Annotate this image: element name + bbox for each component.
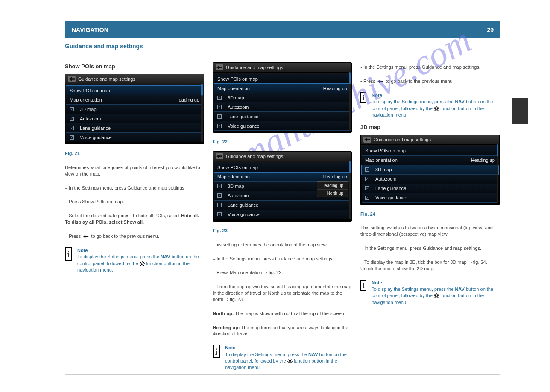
menu-lane-guidance[interactable]: ✓Lane guidance xyxy=(214,112,351,121)
back-icon[interactable] xyxy=(216,153,223,159)
dropdown-heading-up[interactable]: Heading up xyxy=(317,182,348,190)
section-title: NAVIGATION xyxy=(72,26,108,33)
menu-map-orientation[interactable]: Map orientationHeading up Heading up Nor… xyxy=(214,173,351,182)
return-icon xyxy=(82,234,90,240)
back-icon[interactable] xyxy=(68,76,76,82)
gear-icon xyxy=(287,359,293,364)
col2-desc: This setting determines the orientation … xyxy=(213,242,352,248)
menu-3d-map[interactable]: ✓3D map xyxy=(66,105,203,114)
info-icon: i xyxy=(65,247,72,261)
fig24-caption: Fig. 24 xyxy=(360,211,500,217)
panel-title: Guidance and map settings xyxy=(78,76,135,82)
menu-lane-guidance[interactable]: ✓Lane guidance xyxy=(362,184,498,193)
info-icon: i xyxy=(360,92,366,103)
info-icon: i xyxy=(213,345,220,358)
menu-voice-guidance[interactable]: ✓Voice guidance xyxy=(214,121,351,131)
page-footer xyxy=(65,374,500,377)
nav-panel-fig24: Guidance and map settings Show POIs on m… xyxy=(360,135,500,205)
menu-autozoom[interactable]: ✓Autozoom xyxy=(66,114,203,123)
page-subtitle: Guidance and map settings xyxy=(65,43,143,50)
gear-icon xyxy=(434,293,439,298)
svg-point-3 xyxy=(436,295,438,297)
col3-note2: i Note To display the Settings menu, pre… xyxy=(360,280,500,306)
col2-step2: – Press Map orientation ⇒ fig. 22. xyxy=(213,269,352,276)
col1-note: i Note To display the Settings menu, pre… xyxy=(65,247,204,274)
nav-panel-fig22: Guidance and map settings Show POIs on m… xyxy=(213,62,352,133)
column-1: Show POIs on map Guidance and map settin… xyxy=(65,62,204,371)
back-icon[interactable] xyxy=(216,64,223,70)
dropdown-north-up[interactable]: North up xyxy=(317,190,348,197)
menu-map-orientation[interactable]: Map orientationHeading up xyxy=(362,156,498,165)
col3-step2: • Press to go back to the previous menu. xyxy=(360,78,500,85)
page-thumb-tab xyxy=(512,98,528,124)
svg-point-2 xyxy=(436,108,438,110)
return-icon xyxy=(377,79,384,85)
fig23-caption: Fig. 23 xyxy=(213,228,352,234)
gear-icon xyxy=(140,261,145,266)
menu-show-pois[interactable]: Show POIs on map xyxy=(214,74,351,84)
col3-note1: i Note To display the Settings menu, pre… xyxy=(360,92,500,119)
col3-step1: • In the Settings menu, press Guidance a… xyxy=(360,64,500,70)
col3-step4: – To display the map in 3D, tick the box… xyxy=(360,259,500,272)
menu-voice-guidance[interactable]: ✓Voice guidance xyxy=(66,133,203,142)
column-2: Guidance and map settings Show POIs on m… xyxy=(213,62,352,371)
orientation-dropdown[interactable]: Heading up North up xyxy=(317,181,348,197)
col2-step1: – In the Settings menu, press Guidance a… xyxy=(213,256,352,262)
col3-desc: This setting switches between a two-dime… xyxy=(360,225,500,237)
info-icon: i xyxy=(360,280,366,291)
nav-panel-fig23: Guidance and map settings Show POIs on m… xyxy=(213,151,352,222)
col2-step3: – From the pop-up window, select Heading… xyxy=(213,284,352,303)
col1-step4: – Press Press to go back to the previous… xyxy=(65,233,204,240)
menu-show-pois[interactable]: Show POIs on map xyxy=(214,163,351,173)
menu-lane-guidance[interactable]: ✓Lane guidance xyxy=(66,123,203,133)
svg-point-1 xyxy=(289,360,291,363)
menu-autozoom[interactable]: ✓Autozoom xyxy=(362,175,498,184)
col2-headingup: Heading up: The map turns so that you ar… xyxy=(213,325,352,337)
svg-point-0 xyxy=(141,263,143,265)
col1-desc: Determines what categories of points of … xyxy=(65,164,204,177)
menu-autozoom[interactable]: ✓Autozoom xyxy=(214,102,351,112)
menu-show-pois[interactable]: Show POIs on map xyxy=(362,146,498,156)
section-page: 29 xyxy=(487,26,494,33)
menu-voice-guidance[interactable]: ✓Voice guidance xyxy=(362,193,498,203)
col1-step3: – Select the desired categories. To hide… xyxy=(65,213,204,225)
col1-step1: – In the Settings menu, press Guidance a… xyxy=(65,185,204,191)
panel-title: Guidance and map settings xyxy=(374,137,431,142)
menu-3d-map[interactable]: ✓3D map xyxy=(214,93,351,102)
menu-voice-guidance[interactable]: ✓Voice guidance xyxy=(214,210,351,219)
col1-step2: – Press Show POIs on map. xyxy=(65,199,204,205)
gear-icon xyxy=(434,106,439,111)
column-3: • In the Settings menu, press Guidance a… xyxy=(360,62,500,371)
back-icon[interactable] xyxy=(363,137,371,143)
panel-title: Guidance and map settings xyxy=(226,65,283,70)
menu-3d-map[interactable]: ✓3D map xyxy=(362,165,498,175)
fig22-caption: Fig. 22 xyxy=(213,139,352,145)
col2-note: i Note To display the Settings menu, pre… xyxy=(213,345,352,371)
menu-map-orientation[interactable]: Map orientationHeading up xyxy=(214,84,351,93)
col2-northup: North up: The map is shown with north at… xyxy=(213,310,352,317)
col3-heading: 3D map xyxy=(360,124,500,130)
col3-step3: – In the Settings menu, press Guidance a… xyxy=(360,245,500,252)
nav-panel-fig21: Guidance and map settings Show POIs on m… xyxy=(65,74,204,144)
menu-map-orientation[interactable]: Map orientationHeading up xyxy=(66,95,203,105)
menu-lane-guidance[interactable]: ✓Lane guidance xyxy=(214,201,351,210)
panel-title: Guidance and map settings xyxy=(226,154,283,159)
fig21-caption: Fig. 21 xyxy=(65,150,204,157)
col1-heading: Show POIs on map xyxy=(65,63,204,70)
section-header: NAVIGATION 29 xyxy=(65,21,500,38)
menu-show-pois[interactable]: Show POIs on map xyxy=(66,86,203,95)
